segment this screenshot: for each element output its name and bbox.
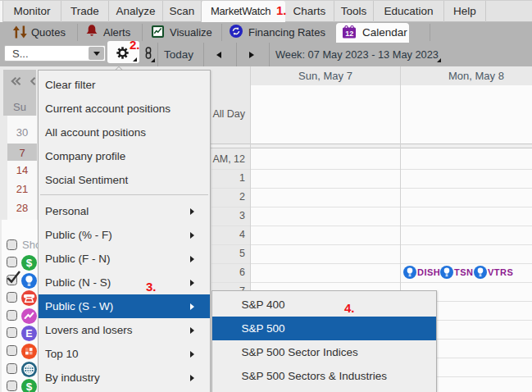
svg-text:$: $ bbox=[26, 257, 33, 269]
svg-text:E: E bbox=[25, 328, 32, 340]
svg-text:$: $ bbox=[26, 381, 33, 392]
svg-text:12: 12 bbox=[345, 30, 353, 38]
